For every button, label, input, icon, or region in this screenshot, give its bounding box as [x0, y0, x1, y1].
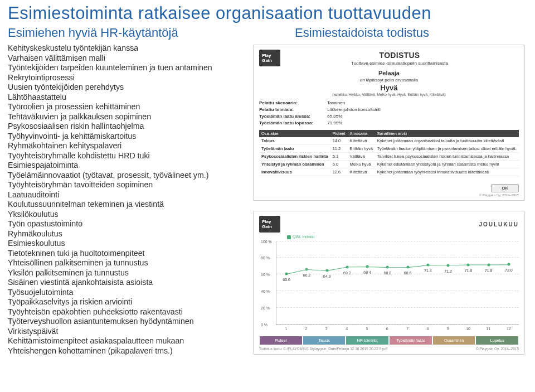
ytick: 0 %: [261, 322, 268, 326]
table-row: Talous14.0KiitettäväKykenet johtamaan or…: [259, 137, 519, 145]
cert-meta: Pelattu skenaario: TasainenPelattu toimi…: [259, 100, 519, 127]
practice-item: Työroolien ja prosessien kehittäminen: [8, 102, 251, 112]
right-column: Esimiestaidoista todistus Play Gain TODI…: [251, 26, 529, 356]
xtick: 7: [397, 327, 417, 331]
practice-item: Psykososiaalisen riskin hallintaohjelma: [8, 122, 251, 132]
cert-passed-label: on läpäissyt pelin arvosanalla: [259, 78, 519, 83]
cert-meta-row: Pelattu toimiala: Liikkeenjohdon konsult…: [259, 107, 519, 113]
chart-point-label: 71.8: [465, 269, 473, 273]
practice-item: Esimieskoulutus: [8, 239, 251, 249]
practice-item: Lähtöhaastattelu: [8, 93, 251, 103]
practice-item: Ryhmäkoulutus: [8, 229, 251, 239]
chart-xaxis: 123456789101112: [276, 327, 519, 331]
practice-item: Kehityskeskustelu työntekijän kanssa: [8, 43, 251, 54]
xtick: 4: [337, 327, 357, 331]
practice-item: Virkistyspäivät: [8, 327, 251, 337]
ytick: 20 %: [261, 306, 270, 309]
practice-item: Yksilökoulutus: [8, 210, 251, 220]
chart-tab[interactable]: Talous: [303, 336, 346, 345]
xtick: 5: [357, 327, 377, 331]
chart-point: [305, 268, 308, 271]
practice-item: Tietotekninen tuki ja huoltotoimenpiteet: [8, 249, 251, 259]
chart-tab[interactable]: Osaaminen: [433, 336, 475, 345]
chart-point-label: 72.0: [505, 268, 513, 272]
chart-plot: 0 %20 %40 %60 %80 %100 %60.666.264.869.2…: [276, 241, 519, 325]
xtick: 8: [417, 327, 437, 331]
cert-table: Osa-aluePisteetArvosanaSanallinen arvio …: [259, 130, 519, 176]
practice-item: Työpaikkaselvitys ja riskien arviointi: [8, 297, 251, 307]
chart-point: [447, 264, 450, 267]
practice-item: Työsuojelutoiminta: [8, 288, 251, 298]
ytick: 60 %: [261, 273, 270, 277]
cert-copyright: © Playgain Oy, 2014–2015: [259, 193, 519, 197]
practice-item: Yhteisöllinen palkitseminen ja tunnustus: [8, 258, 251, 268]
practice-item: Uusien työntekijöiden perehdytys: [8, 83, 251, 93]
chart-point: [487, 263, 490, 266]
cert-th: Sanallinen arvio: [375, 130, 519, 137]
xtick: 10: [458, 327, 478, 331]
practice-item: Yhteishengen kohottaminen (pikapalaveri …: [8, 346, 251, 356]
chart-point-label: 69.4: [363, 270, 371, 274]
chart-point-label: 60.6: [283, 278, 290, 282]
practice-item: Työelämäinnovaatiot (työtavat, prosessit…: [8, 171, 251, 181]
page-title: Esimiestoiminta ratkaisee organisaation …: [0, 0, 535, 26]
xtick: 2: [296, 327, 316, 331]
table-row: Yhteistyö ja ryhmän osaaminen6.0Melko hy…: [259, 161, 519, 168]
practice-item: Työyhteisön epäkohtien puheeksiotto rake…: [8, 307, 251, 317]
chart-point-label: 68.8: [384, 271, 392, 275]
chart-tab[interactable]: HR-toiminta: [346, 336, 388, 345]
chart-point: [426, 264, 429, 267]
practice-item: Koulutussuunnitelman tekeminen ja viesti…: [8, 200, 251, 210]
practice-item: Työn opastustoiminto: [8, 219, 251, 229]
practice-item: Yksilön palkitseminen ja tunnustus: [8, 268, 251, 278]
right-heading: Esimiestaidoista todistus: [253, 26, 525, 40]
cert-grade: Hyvä: [259, 84, 519, 92]
chart-title: JOULUKUU: [479, 221, 519, 228]
xtick: 6: [377, 327, 397, 331]
practice-item: Laatuauditointi: [8, 190, 251, 200]
chart-tab[interactable]: Lopetus: [476, 336, 518, 345]
chart-point: [507, 263, 510, 266]
chart-footer-left: Todistus luotu: C:/PLAYGAIN/1.8/playgain…: [259, 347, 387, 351]
table-row: Innovatiivisuus12.6KiitettäväKykenet joh…: [259, 168, 519, 176]
chart-point: [346, 265, 348, 268]
practice-item: Kehittämistoimenpiteet asiakaspalautteen…: [8, 336, 251, 346]
chart-point-label: 64.8: [323, 274, 331, 278]
xtick: 11: [478, 327, 498, 331]
cert-subtitle: Tuottava esimies -simulaatiopelin suorit…: [280, 61, 519, 66]
table-row: Psykososiaalisten riskien hallinta5.1Väl…: [259, 153, 519, 161]
chart-point: [285, 273, 288, 275]
cert-th: Osa-alue: [259, 130, 330, 137]
xtick: 3: [317, 327, 337, 331]
chart-point-label: 69.2: [343, 271, 351, 275]
chart-tab[interactable]: Pisteet: [260, 336, 302, 345]
ytick: 100 %: [261, 239, 272, 243]
ytick: 40 %: [261, 289, 270, 293]
left-heading: Esimiehen hyviä HR-käytäntöjä: [8, 26, 251, 40]
practice-item: Työyhteisöryhmälle kohdistettu HRD tuki: [8, 151, 251, 161]
practice-item: Varhaisen välittämisen malli: [8, 54, 251, 64]
practice-item: Tehtäväkuvien ja palkkauksen sopiminen: [8, 112, 251, 122]
chart-card: Play Gain JOULUKUU QWL indeksi 0 %20 %40…: [253, 211, 525, 355]
certificate-card: Play Gain TODISTUS Tuottava esimies -sim…: [253, 45, 525, 201]
practice-item: Työterveyshuollon asiantuntemuksen hyödy…: [8, 317, 251, 327]
chart-footer-right: © Playgain Oy, 2014–2015: [476, 347, 519, 351]
table-row: Työelämän laatu11.2Erittäin hyväTyöelämä…: [259, 145, 519, 153]
chart-point-label: 71.4: [424, 269, 432, 273]
xtick: 12: [499, 327, 519, 331]
ok-button[interactable]: OK: [491, 184, 519, 192]
practice-item: Ryhmäkohtainen kehityspalaveri: [8, 141, 251, 151]
ytick: 80 %: [261, 256, 270, 260]
chart-tab[interactable]: Työelämän laatu: [390, 336, 432, 345]
playgain-logo: Play Gain: [259, 50, 280, 66]
cert-th: Arvosana: [348, 130, 375, 137]
chart-point: [467, 263, 470, 266]
cert-meta-row: Pelattu skenaario: Tasainen: [259, 100, 519, 107]
chart-point-label: 71.2: [444, 269, 452, 273]
cert-meta-row: Työelämän laatu alussa: 65.05%: [259, 113, 519, 120]
chart-tabs: PisteetTalousHR-toimintaTyöelämän laatuO…: [259, 336, 519, 345]
chart-point: [325, 269, 328, 272]
cert-player: Pelaaja: [259, 70, 519, 76]
left-column: Esimiehen hyviä HR-käytäntöjä Kehityskes…: [0, 26, 251, 356]
chart-legend: QWL indeksi: [287, 235, 519, 239]
